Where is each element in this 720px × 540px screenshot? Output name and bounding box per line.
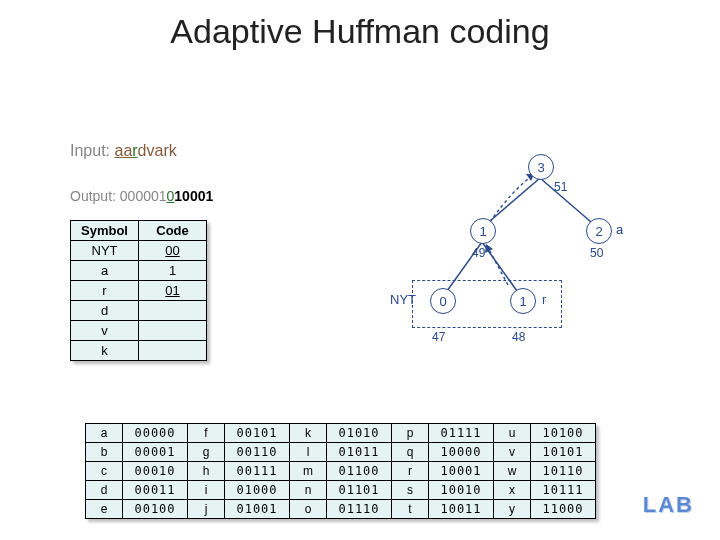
- fixed-letter: f: [188, 424, 225, 443]
- fixed-code: 01001: [225, 500, 290, 519]
- code-sym: r: [71, 281, 139, 301]
- fixed-code: 10000: [429, 443, 494, 462]
- fixed-letter: c: [86, 462, 123, 481]
- code-th-code: Code: [139, 221, 207, 241]
- fixed-letter: u: [494, 424, 531, 443]
- code-sym: a: [71, 261, 139, 281]
- fixed-code: 00001: [123, 443, 188, 462]
- tree-under: 49: [472, 246, 485, 260]
- code-sym: NYT: [71, 241, 139, 261]
- code-th-symbol: Symbol: [71, 221, 139, 241]
- fixed-letter: x: [494, 481, 531, 500]
- input-line: Input: aardvark: [70, 142, 177, 160]
- code-val: 1: [139, 261, 207, 281]
- fixed-letter: v: [494, 443, 531, 462]
- input-post: dvark: [138, 142, 177, 159]
- fixed-letter: i: [188, 481, 225, 500]
- tree-side-label: r: [542, 292, 546, 307]
- code-sym: d: [71, 301, 139, 321]
- code-table: Symbol Code NYT00 a1 r01 d v k: [70, 220, 207, 361]
- fixed-code: 00010: [123, 462, 188, 481]
- fixed-code: 10100: [531, 424, 596, 443]
- output-line: Output: 000001010001: [70, 188, 213, 204]
- fixed-letter: h: [188, 462, 225, 481]
- fixed-code: 00111: [225, 462, 290, 481]
- fixed-code: 00100: [123, 500, 188, 519]
- fixed-letter: d: [86, 481, 123, 500]
- fixed-letter: r: [392, 462, 429, 481]
- fixed-letter: p: [392, 424, 429, 443]
- fixed-code: 00110: [225, 443, 290, 462]
- tree-node-lr: 1: [510, 288, 536, 314]
- page-title: Adaptive Huffman coding: [0, 12, 720, 51]
- fixed-letter: b: [86, 443, 123, 462]
- tree-node-right: 2: [586, 218, 612, 244]
- tree-under: 48: [512, 330, 525, 344]
- fixed-code: 01000: [225, 481, 290, 500]
- tree-under: 50: [590, 246, 603, 260]
- fixed-letter: j: [188, 500, 225, 519]
- fixed-letter: g: [188, 443, 225, 462]
- slide: Adaptive Huffman coding Input: aardvark …: [0, 0, 720, 540]
- fixed-code: 10111: [531, 481, 596, 500]
- fixed-letter: k: [290, 424, 327, 443]
- fixed-code: 01101: [327, 481, 392, 500]
- fixed-code: 11000: [531, 500, 596, 519]
- fixed-letter: m: [290, 462, 327, 481]
- fixed-letter: n: [290, 481, 327, 500]
- fixed-letter: t: [392, 500, 429, 519]
- fixed-code: 00011: [123, 481, 188, 500]
- code-val: 00: [165, 243, 179, 258]
- fixed-letter: y: [494, 500, 531, 519]
- input-label: Input:: [70, 142, 110, 159]
- tree-edges: [370, 150, 650, 380]
- fixed-letter: q: [392, 443, 429, 462]
- output-label: Output:: [70, 188, 116, 204]
- fixed-code: 10011: [429, 500, 494, 519]
- fixed-letter: e: [86, 500, 123, 519]
- output-pre: 000001: [120, 188, 167, 204]
- fixed-code: 01110: [327, 500, 392, 519]
- tree-side-label: a: [616, 222, 623, 237]
- fixed-code: 10001: [429, 462, 494, 481]
- tree-node-root: 3: [528, 154, 554, 180]
- tree-node-ll: 0: [430, 288, 456, 314]
- code-val: [139, 341, 207, 361]
- input-pre: aa: [114, 142, 132, 159]
- fixed-letter: w: [494, 462, 531, 481]
- fixed-code: 10110: [531, 462, 596, 481]
- fixed-code: 10010: [429, 481, 494, 500]
- code-sym: v: [71, 321, 139, 341]
- output-post: 10001: [174, 188, 213, 204]
- fixed-code: 01011: [327, 443, 392, 462]
- nyt-label: NYT: [390, 292, 416, 307]
- tree-under: 51: [554, 180, 567, 194]
- fixed-letter: l: [290, 443, 327, 462]
- code-val: [139, 301, 207, 321]
- code-val: 01: [165, 283, 179, 298]
- tree-node-left: 1: [470, 218, 496, 244]
- code-val: [139, 321, 207, 341]
- fixed-letter: s: [392, 481, 429, 500]
- fixed-code: 01010: [327, 424, 392, 443]
- tree-under: 47: [432, 330, 445, 344]
- fixed-code: 00000: [123, 424, 188, 443]
- lab-watermark: LAB: [643, 492, 694, 518]
- fixed-codes-table: a00000f00101k01010p01111u10100b00001g001…: [85, 423, 596, 519]
- fixed-code: 10101: [531, 443, 596, 462]
- fixed-code: 00101: [225, 424, 290, 443]
- fixed-code: 01100: [327, 462, 392, 481]
- fixed-letter: a: [86, 424, 123, 443]
- code-sym: k: [71, 341, 139, 361]
- fixed-letter: o: [290, 500, 327, 519]
- huffman-tree: 3 51 1 49 2 a 50 NYT 0 47 1 r 48: [370, 150, 650, 380]
- fixed-code: 01111: [429, 424, 494, 443]
